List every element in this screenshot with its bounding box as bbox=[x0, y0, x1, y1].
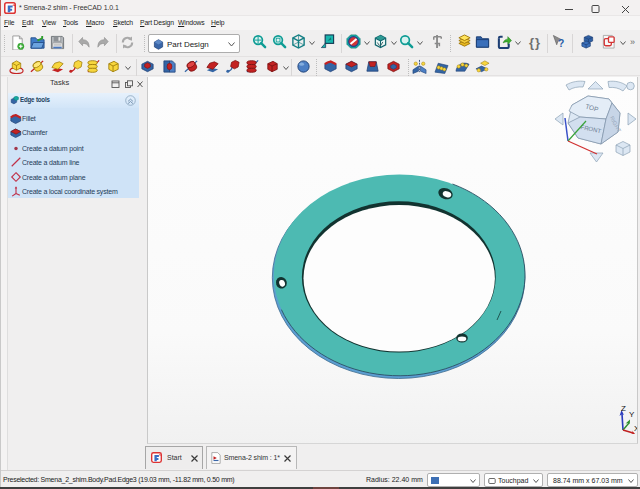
svg-text:Y: Y bbox=[629, 410, 635, 419]
svg-text:?: ? bbox=[558, 38, 564, 49]
svg-text:Z: Z bbox=[621, 404, 626, 413]
svg-text:X: X bbox=[634, 424, 637, 433]
